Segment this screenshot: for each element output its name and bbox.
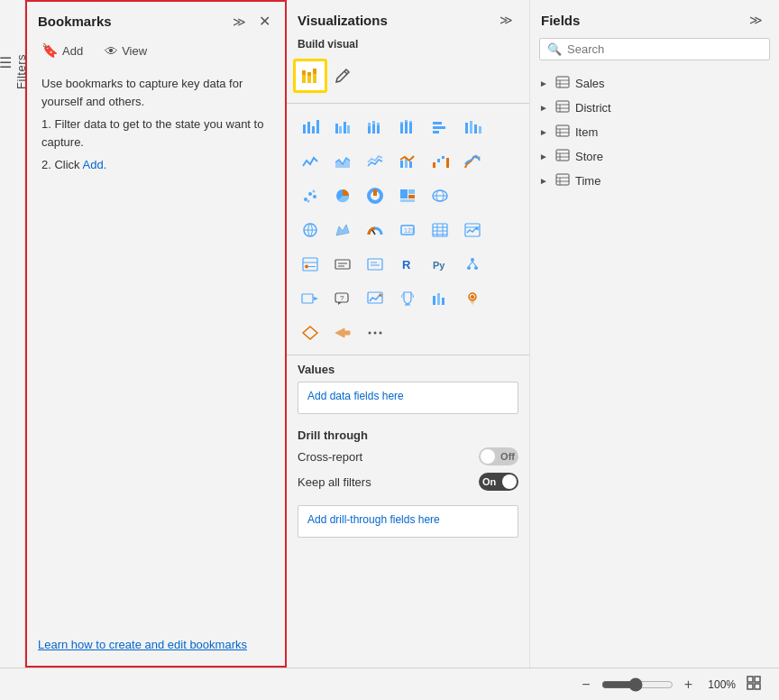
viz-smart-narrative-icon[interactable] <box>359 248 391 281</box>
viz-scatter-chart-icon[interactable] <box>294 180 326 212</box>
bookmarks-view-button[interactable]: 👁 View <box>101 41 151 60</box>
bookmarks-close-btn[interactable]: ✕ <box>255 11 274 32</box>
svg-rect-76 <box>368 259 382 270</box>
viz-diamond-icon[interactable] <box>294 317 326 349</box>
keep-filters-toggle-circle <box>502 474 517 489</box>
viz-globe-icon[interactable] <box>294 214 326 246</box>
field-item-store[interactable]: ► Store <box>530 144 779 169</box>
zoom-slider[interactable] <box>601 677 674 692</box>
field-chevron-district: ► <box>539 103 550 113</box>
svg-rect-95 <box>433 296 435 305</box>
field-chevron-item: ► <box>539 127 550 137</box>
fields-panel-header: Fields ≫ <box>530 0 779 34</box>
viz-pen-tool-icon[interactable] <box>326 60 359 92</box>
viz-stacked-bar-icon[interactable] <box>294 60 326 92</box>
fields-expand-btn[interactable]: ≫ <box>744 11 768 29</box>
svg-rect-27 <box>433 126 445 129</box>
field-item-district[interactable]: ► District <box>530 96 779 120</box>
drill-drop-zone[interactable]: Add drill-through fields here <box>298 505 518 538</box>
svg-text:R: R <box>402 258 411 272</box>
values-drop-zone[interactable]: Add data fields here <box>298 382 518 414</box>
viz-expand-btn[interactable]: ≫ <box>494 11 518 29</box>
viz-area-chart-icon[interactable] <box>326 145 359 178</box>
svg-rect-29 <box>465 123 468 134</box>
svg-point-103 <box>374 332 377 335</box>
field-item-item[interactable]: ► Item <box>530 120 779 144</box>
viz-row-5: R Py <box>294 248 522 281</box>
viz-qa-icon[interactable]: ? <box>326 282 359 315</box>
viz-table-icon[interactable] <box>424 214 456 246</box>
viz-row-6: ? <box>294 282 522 315</box>
viz-slicer-icon[interactable] <box>294 248 326 281</box>
viz-stacked-bar-2-icon[interactable] <box>359 111 391 143</box>
viz-row-1 <box>294 111 522 143</box>
viz-card-icon[interactable]: 123 <box>391 214 424 246</box>
viz-column-chart-icon[interactable] <box>456 111 489 143</box>
viz-100-stacked-bar-icon[interactable] <box>391 111 424 143</box>
zoom-minus-btn[interactable]: − <box>578 675 593 695</box>
viz-waterfall-icon[interactable] <box>424 145 456 178</box>
viz-arrow-icon[interactable] <box>326 317 359 349</box>
svg-rect-18 <box>377 125 380 134</box>
svg-rect-11 <box>339 126 342 134</box>
svg-rect-37 <box>433 162 435 168</box>
viz-horizontal-bar-icon[interactable] <box>424 111 456 143</box>
field-table-icon-item <box>555 124 570 140</box>
viz-python-icon[interactable]: Py <box>424 248 456 281</box>
cross-report-label: Cross-report <box>298 450 362 464</box>
viz-line-stacked-icon[interactable] <box>359 145 391 178</box>
bookmarks-expand-btn[interactable]: ≫ <box>229 13 250 31</box>
bookmarks-learn-link[interactable]: Learn how to create and edit bookmarks <box>38 638 247 651</box>
svg-rect-7 <box>307 122 310 134</box>
viz-insights-icon[interactable] <box>359 282 391 315</box>
viz-shape-map-icon[interactable] <box>326 214 359 246</box>
field-item-time[interactable]: ► Time <box>530 169 779 193</box>
viz-ribbon-chart-icon[interactable] <box>456 145 489 178</box>
search-icon: 🔍 <box>547 42 562 56</box>
svg-rect-51 <box>400 199 415 202</box>
viz-donut-chart-icon[interactable] <box>359 180 391 212</box>
viz-bar-chart-2-icon[interactable] <box>424 282 456 315</box>
viz-line-chart-icon[interactable] <box>294 145 326 178</box>
viz-map-pin-icon[interactable] <box>456 282 489 315</box>
field-item-sales[interactable]: ► Sales <box>530 71 779 96</box>
viz-r-visual-icon[interactable]: R <box>391 248 424 281</box>
viz-decomp-tree-icon[interactable] <box>456 248 489 281</box>
drill-section: Drill through Cross-report Off Keep all … <box>287 425 529 502</box>
svg-rect-49 <box>408 189 415 194</box>
zoom-fit-btn[interactable] <box>743 674 765 695</box>
viz-map-icon[interactable] <box>424 180 456 212</box>
svg-rect-117 <box>556 150 569 161</box>
viz-kpi-icon[interactable] <box>456 214 489 246</box>
bookmarks-add-button[interactable]: 🔖 Add <box>38 41 87 60</box>
viz-bar-chart-icon[interactable] <box>294 111 326 143</box>
viz-pie-chart-icon[interactable] <box>326 180 359 212</box>
add-bookmark-icon: 🔖 <box>41 42 59 59</box>
search-input[interactable] <box>567 42 762 56</box>
filters-icon: ☰ <box>0 54 14 71</box>
viz-video-icon[interactable] <box>294 282 326 315</box>
viz-trophy-icon[interactable] <box>391 282 424 315</box>
bookmarks-body: Use bookmarks to capture key data for yo… <box>27 68 285 627</box>
viz-more-options-icon[interactable] <box>359 317 391 349</box>
keep-filters-toggle[interactable]: On <box>479 473 518 491</box>
values-section: Values Add data fields here <box>287 355 529 425</box>
view-label: View <box>122 44 147 58</box>
viz-combo-chart-icon[interactable] <box>391 145 424 178</box>
viz-text-box-icon[interactable] <box>326 248 359 281</box>
svg-rect-32 <box>479 126 481 134</box>
field-table-icon-district <box>555 100 570 115</box>
viz-treemap-icon[interactable] <box>391 180 424 212</box>
svg-line-82 <box>469 262 472 266</box>
bookmarks-header: Bookmarks ≫ ✕ <box>27 2 285 37</box>
zoom-plus-btn[interactable]: + <box>681 675 696 695</box>
keep-filters-toggle-btn[interactable]: On <box>479 473 518 491</box>
drill-through-label: Drill through <box>298 428 518 442</box>
viz-clustered-bar-icon[interactable] <box>326 111 359 143</box>
fields-search-box[interactable]: 🔍 <box>539 38 770 60</box>
cross-report-toggle[interactable]: Off <box>479 447 518 465</box>
filters-sidebar[interactable]: ☰ Filters <box>0 0 25 668</box>
cross-report-toggle-circle <box>481 449 495 464</box>
cross-report-toggle-btn[interactable]: Off <box>479 447 518 465</box>
viz-gauge-icon[interactable] <box>359 214 391 246</box>
